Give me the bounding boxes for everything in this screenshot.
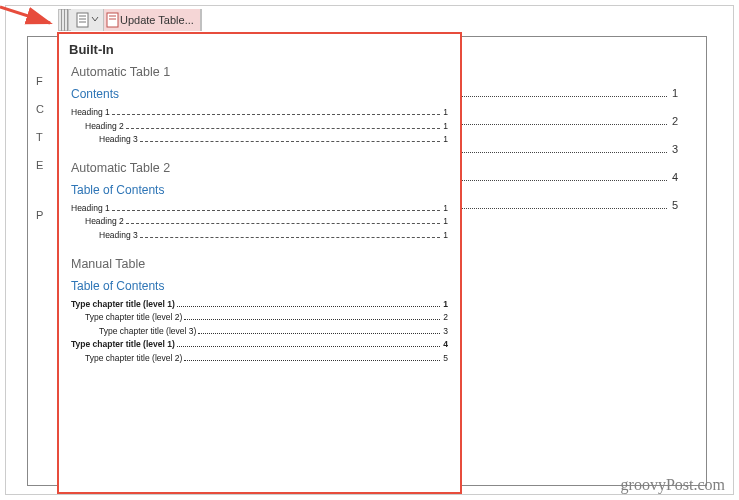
entry-text: Heading 1 (71, 106, 110, 120)
page-number: 1 (442, 229, 448, 243)
leader (126, 128, 440, 129)
document-icon (75, 12, 99, 28)
entry-text: Type chapter title (level 3) (99, 325, 196, 339)
toc-preview-row: Type chapter title (level 1)4 (71, 338, 448, 352)
toc-gallery-dropdown[interactable]: Built-In Automatic Table 1 Contents Head… (57, 32, 462, 494)
page-number: 3 (442, 325, 448, 339)
toc-preview-row: Type chapter title (level 2)5 (71, 352, 448, 366)
gallery-item-auto2[interactable]: Automatic Table 2 Table of Contents Head… (59, 161, 460, 257)
callout-arrow (0, 5, 58, 33)
gallery-item-title: Automatic Table 2 (71, 161, 448, 175)
gallery-item-title: Manual Table (71, 257, 448, 271)
entry-text: Type chapter title (level 1) (71, 298, 175, 312)
page-number: 5 (670, 199, 678, 211)
toc-mini-toolbar: Update Table... (58, 9, 202, 31)
page-number: 1 (442, 133, 448, 147)
leader (126, 223, 440, 224)
svg-line-0 (0, 7, 50, 23)
entry-text: Heading 2 (85, 215, 124, 229)
page-number: 1 (442, 120, 448, 134)
page-number: 4 (442, 338, 448, 352)
entry-text: Type chapter title (level 2) (85, 311, 182, 325)
svg-rect-1 (77, 13, 88, 27)
leader (140, 237, 440, 238)
toc-preview-row: Type chapter title (level 2)2 (71, 311, 448, 325)
toc-preview-row: Heading 11 (71, 106, 448, 120)
leader (140, 141, 440, 142)
leader (184, 319, 440, 320)
page-number: 2 (442, 311, 448, 325)
leader (177, 346, 440, 347)
entry-text: Heading 2 (85, 120, 124, 134)
page-number: 1 (442, 298, 448, 312)
page-number: 1 (442, 106, 448, 120)
toc-preview-row: Heading 21 (71, 120, 448, 134)
gallery-header: Built-In (59, 38, 460, 65)
entry-text: Heading 1 (71, 202, 110, 216)
chevron-down-icon (92, 17, 98, 21)
entry-text: Type chapter title (level 1) (71, 338, 175, 352)
watermark: groovyPost.com (621, 476, 725, 494)
toc-preview-row: Heading 31 (71, 133, 448, 147)
gallery-item-manual[interactable]: Manual Table Table of Contents Type chap… (59, 257, 460, 380)
page-number: 2 (670, 115, 678, 127)
toc-title: Table of Contents (71, 183, 448, 197)
partial-text: C (36, 103, 44, 115)
toc-gallery-button[interactable] (71, 9, 104, 31)
leader (177, 306, 440, 307)
toolbar-grip[interactable] (61, 9, 69, 31)
entry-text: Type chapter title (level 2) (85, 352, 182, 366)
toc-preview-row: Heading 11 (71, 202, 448, 216)
entry-text: Heading 3 (99, 133, 138, 147)
partial-text: P (36, 209, 43, 221)
toc-title: Contents (71, 87, 448, 101)
update-table-label: Update Table... (120, 14, 194, 26)
page-number: 1 (442, 202, 448, 216)
leader (112, 210, 440, 211)
document-refresh-icon (106, 12, 120, 28)
leader (198, 333, 440, 334)
page-number: 1 (670, 87, 678, 99)
gallery-item-title: Automatic Table 1 (71, 65, 448, 79)
leader (112, 114, 440, 115)
toc-title: Table of Contents (71, 279, 448, 293)
page-number: 4 (670, 171, 678, 183)
svg-rect-5 (107, 13, 118, 27)
toc-preview-row: Type chapter title (level 3)3 (71, 325, 448, 339)
gallery-item-auto1[interactable]: Automatic Table 1 Contents Heading 11Hea… (59, 65, 460, 161)
leader (184, 360, 440, 361)
toc-preview-row: Heading 21 (71, 215, 448, 229)
page-number: 5 (442, 352, 448, 366)
toc-preview-row: Type chapter title (level 1)1 (71, 298, 448, 312)
partial-text: T (36, 131, 43, 143)
toc-preview-row: Heading 31 (71, 229, 448, 243)
partial-text: F (36, 75, 43, 87)
update-table-button[interactable]: Update Table... (104, 9, 201, 31)
page-number: 3 (670, 143, 678, 155)
entry-text: Heading 3 (99, 229, 138, 243)
partial-text: E (36, 159, 43, 171)
page-number: 1 (442, 215, 448, 229)
